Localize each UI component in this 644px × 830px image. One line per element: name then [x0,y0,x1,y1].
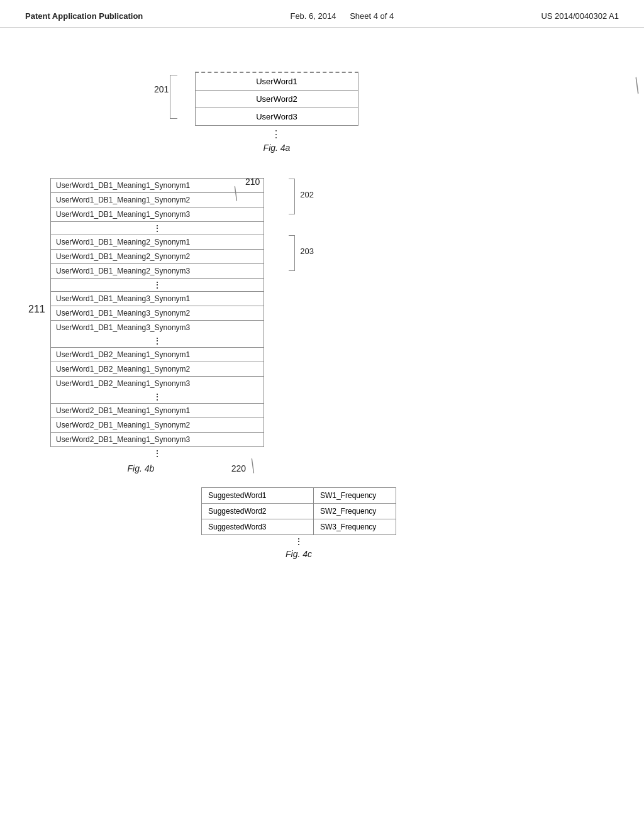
fig4b-row-2-3: UserWord1_DB1_Meaning2_Synonym3 [51,264,264,279]
fig4a-row-1: UserWord1 [196,73,358,91]
fig4b-group-1: UserWord1_DB1_Meaning1_Synonym1 UserWord… [51,179,264,222]
fig4b-outer-box: UserWord1_DB1_Meaning1_Synonym1 UserWord… [50,178,264,447]
label-211: 211 [28,304,45,315]
fig4a-caption: Fig. 4a [195,143,358,153]
fig4b-group-3: UserWord1_DB1_Meaning3_Synonym1 UserWord… [51,292,264,335]
fig4b-row-5-2: UserWord2_DB1_Meaning1_Synonym2 [51,418,264,433]
fig4a-row-2: UserWord2 [196,91,358,108]
fig4b-row-5-3: UserWord2_DB1_Meaning1_Synonym3 [51,433,264,446]
fig4c-word-3: SuggestedWord3 [202,519,314,534]
fig4a-row-3: UserWord3 [196,108,358,125]
fig4b-row-1-3: UserWord1_DB1_Meaning1_Synonym3 [51,208,264,222]
fig4c-freq-2: SW2_Frequency [314,504,396,519]
label-203: 203 [300,246,314,256]
fig4a-box: UserWord1 UserWord2 UserWord3 [195,72,358,126]
label-220: 220 ╱ [231,461,258,475]
fig4c-box: SuggestedWord1 SW1_Frequency SuggestedWo… [201,487,396,535]
bracket-202 [289,179,295,214]
header-date-sheet: Feb. 6, 2014 Sheet 4 of 4 [290,11,394,21]
arrow-slash-200: ╱ [630,77,644,94]
fig4b-row-2-2: UserWord1_DB1_Meaning2_Synonym2 [51,250,264,264]
header-date: Feb. 6, 2014 [290,11,336,21]
fig4b-row-4-2: UserWord1_DB2_Meaning1_Synonym2 [51,362,264,377]
fig4b-row-1-1: UserWord1_DB1_Meaning1_Synonym1 [51,179,264,193]
fig4b-row-4-1: UserWord1_DB2_Meaning1_Synonym1 [51,348,264,362]
fig4c-word-1: SuggestedWord1 [202,488,314,503]
header-sheet: Sheet 4 of 4 [350,11,394,21]
bracket-201 [170,75,177,119]
fig4b-row-1-2: UserWord1_DB1_Meaning1_Synonym2 [51,193,264,208]
fig4b-row-3-2: UserWord1_DB1_Meaning3_Synonym2 [51,306,264,321]
fig4c-word-2: SuggestedWord2 [202,504,314,519]
fig4b-group-5: UserWord2_DB1_Meaning1_Synonym1 UserWord… [51,404,264,446]
fig4b-row-5-1: UserWord2_DB1_Meaning1_Synonym1 [51,404,264,418]
fig4b-group-4: UserWord1_DB2_Meaning1_Synonym1 UserWord… [51,348,264,390]
fig4c-dots: ⋮ [201,536,396,546]
fig4b-dots-4: ⋮ [51,390,264,404]
header-publication: Patent Application Publication [25,11,143,21]
fig4b-section: 210 ╱ 211 UserWord1_DB1_Meaning1_Synonym… [38,178,606,475]
bracket-203 [289,235,295,271]
fig4b-row-3-3: UserWord1_DB1_Meaning3_Synonym3 [51,321,264,335]
fig4b-footer: Fig. 4b 220 ╱ [50,461,264,475]
fig4c-row-3: SuggestedWord3 SW3_Frequency [202,519,396,534]
header-patent-number: US 2014/0040302 A1 [541,11,619,21]
main-content: 200 ╱ 201 UserWord1 UserWord2 UserWord3 … [0,28,644,578]
fig4b-dots-2: ⋮ [51,279,264,292]
fig4c-section: SuggestedWord1 SW1_Frequency SuggestedWo… [201,487,606,559]
label-202: 202 [300,190,314,199]
page-header: Patent Application Publication Feb. 6, 2… [0,0,644,28]
fig4b-row-4-3: UserWord1_DB2_Meaning1_Synonym3 [51,377,264,390]
fig4a-dots: ⋮ [195,128,358,140]
fig4b-row-3-1: UserWord1_DB1_Meaning3_Synonym1 [51,292,264,306]
fig4b-caption: Fig. 4b [50,463,231,473]
fig4c-row-1: SuggestedWord1 SW1_Frequency [202,488,396,504]
fig4b-row-2-1: UserWord1_DB1_Meaning2_Synonym1 [51,235,264,250]
fig4b-dots-final: ⋮ [50,448,264,458]
label-201: 201 [154,84,169,94]
fig4b-group-2: UserWord1_DB1_Meaning2_Synonym1 UserWord… [51,235,264,279]
fig4c-freq-3: SW3_Frequency [314,519,396,534]
fig4c-caption: Fig. 4c [201,549,396,559]
fig4c-freq-1: SW1_Frequency [314,488,396,503]
fig4b-dots-3: ⋮ [51,335,264,348]
fig4a-section: 200 ╱ 201 UserWord1 UserWord2 UserWord3 … [195,72,606,153]
fig4c-row-2: SuggestedWord2 SW2_Frequency [202,504,396,519]
fig4b-dots-1: ⋮ [51,222,264,235]
